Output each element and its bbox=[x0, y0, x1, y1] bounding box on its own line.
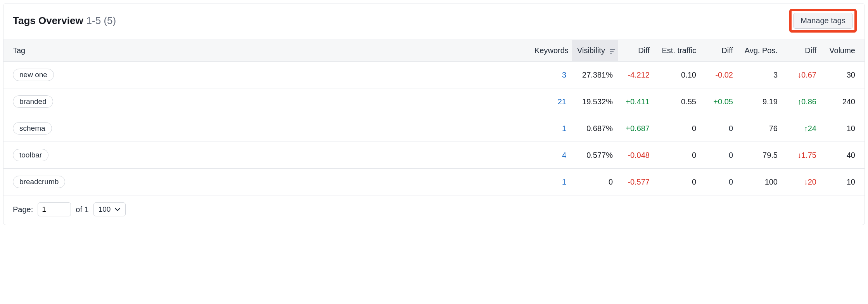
page-total-label: of 1 bbox=[76, 205, 88, 214]
table-row: branded2119.532%+0.4110.55+0.059.19↑0.86… bbox=[3, 88, 865, 115]
svg-rect-0 bbox=[610, 49, 615, 50]
cell-diff-visibility: -4.212 bbox=[618, 62, 655, 88]
cell-keywords: 1 bbox=[529, 169, 572, 195]
panel-header: Tags Overview 1-5 (5) Manage tags bbox=[3, 3, 865, 40]
cell-tag: branded bbox=[3, 88, 529, 115]
col-header-tag[interactable]: Tag bbox=[3, 40, 529, 62]
cell-diff-traffic: 0 bbox=[702, 142, 738, 169]
page-number-input[interactable] bbox=[38, 202, 71, 216]
cell-volume: 10 bbox=[822, 169, 865, 195]
cell-diff-pos: ↓0.67 bbox=[783, 62, 822, 88]
arrow-up-icon: ↑ bbox=[797, 97, 801, 106]
svg-rect-1 bbox=[610, 51, 614, 52]
table-row: breadcrumb10-0.57700100↓2010 bbox=[3, 169, 865, 195]
cell-est-traffic: 0.10 bbox=[655, 62, 702, 88]
cell-diff-pos: ↑24 bbox=[783, 115, 822, 142]
page-size-select[interactable]: 100 bbox=[93, 202, 126, 216]
cell-diff-traffic: 0 bbox=[702, 169, 738, 195]
tags-table: Tag Keywords Visibility Diff Est. traffi… bbox=[3, 40, 865, 195]
highlight-annotation: Manage tags bbox=[789, 9, 857, 33]
cell-volume: 40 bbox=[822, 142, 865, 169]
col-header-volume[interactable]: Volume bbox=[822, 40, 865, 62]
col-header-keywords[interactable]: Keywords bbox=[529, 40, 572, 62]
arrow-down-icon: ↓ bbox=[804, 178, 808, 186]
cell-volume: 240 bbox=[822, 88, 865, 115]
tag-chip[interactable]: breadcrumb bbox=[13, 176, 65, 188]
cell-visibility: 0.577% bbox=[572, 142, 618, 169]
cell-avg-pos: 3 bbox=[738, 62, 783, 88]
manage-tags-button[interactable]: Manage tags bbox=[793, 13, 853, 29]
svg-rect-2 bbox=[610, 53, 612, 54]
col-header-diff-visibility[interactable]: Diff bbox=[618, 40, 655, 62]
keywords-link[interactable]: 4 bbox=[562, 151, 566, 159]
cell-visibility: 19.532% bbox=[572, 88, 618, 115]
table-row: schema10.687%+0.6870076↑2410 bbox=[3, 115, 865, 142]
col-header-diff-pos[interactable]: Diff bbox=[783, 40, 822, 62]
title-count: 1-5 (5) bbox=[86, 15, 116, 27]
cell-keywords: 4 bbox=[529, 142, 572, 169]
table-row: toolbar40.577%-0.0480079.5↓1.7540 bbox=[3, 142, 865, 169]
tag-chip[interactable]: branded bbox=[13, 95, 53, 108]
col-header-diff-traffic[interactable]: Diff bbox=[702, 40, 738, 62]
keywords-link[interactable]: 1 bbox=[562, 124, 566, 133]
title-text: Tags Overview bbox=[13, 15, 83, 27]
cell-avg-pos: 100 bbox=[738, 169, 783, 195]
cell-volume: 30 bbox=[822, 62, 865, 88]
cell-tag: breadcrumb bbox=[3, 169, 529, 195]
cell-est-traffic: 0 bbox=[655, 169, 702, 195]
cell-keywords: 21 bbox=[529, 88, 572, 115]
cell-diff-traffic: +0.05 bbox=[702, 88, 738, 115]
cell-avg-pos: 76 bbox=[738, 115, 783, 142]
tags-overview-panel: Tags Overview 1-5 (5) Manage tags Tag Ke… bbox=[3, 3, 865, 225]
keywords-link[interactable]: 1 bbox=[562, 178, 566, 186]
cell-tag: toolbar bbox=[3, 142, 529, 169]
cell-diff-pos: ↓1.75 bbox=[783, 142, 822, 169]
tag-chip[interactable]: toolbar bbox=[13, 149, 48, 161]
table-row: new one327.381%-4.2120.10-0.023↓0.6730 bbox=[3, 62, 865, 88]
cell-est-traffic: 0 bbox=[655, 115, 702, 142]
panel-title: Tags Overview 1-5 (5) bbox=[13, 15, 116, 27]
cell-est-traffic: 0 bbox=[655, 142, 702, 169]
cell-diff-pos: ↑0.86 bbox=[783, 88, 822, 115]
pagination-footer: Page: of 1 100 bbox=[3, 195, 865, 225]
chevron-down-icon bbox=[114, 207, 121, 211]
cell-volume: 10 bbox=[822, 115, 865, 142]
cell-avg-pos: 9.19 bbox=[738, 88, 783, 115]
cell-diff-visibility: +0.411 bbox=[618, 88, 655, 115]
col-header-avg-pos[interactable]: Avg. Pos. bbox=[738, 40, 783, 62]
col-header-visibility-label: Visibility bbox=[577, 46, 605, 55]
page-size-value: 100 bbox=[99, 205, 111, 214]
keywords-link[interactable]: 21 bbox=[558, 97, 566, 106]
col-header-est-traffic[interactable]: Est. traffic bbox=[655, 40, 702, 62]
cell-diff-traffic: -0.02 bbox=[702, 62, 738, 88]
cell-diff-visibility: -0.048 bbox=[618, 142, 655, 169]
cell-visibility: 0 bbox=[572, 169, 618, 195]
cell-visibility: 0.687% bbox=[572, 115, 618, 142]
sort-desc-icon bbox=[609, 48, 616, 54]
tag-chip[interactable]: schema bbox=[13, 122, 52, 135]
cell-tag: new one bbox=[3, 62, 529, 88]
arrow-up-icon: ↑ bbox=[804, 124, 808, 133]
cell-est-traffic: 0.55 bbox=[655, 88, 702, 115]
tag-chip[interactable]: new one bbox=[13, 69, 54, 81]
page-label: Page: bbox=[13, 205, 33, 214]
cell-keywords: 3 bbox=[529, 62, 572, 88]
cell-visibility: 27.381% bbox=[572, 62, 618, 88]
cell-diff-visibility: +0.687 bbox=[618, 115, 655, 142]
keywords-link[interactable]: 3 bbox=[562, 71, 566, 79]
arrow-down-icon: ↓ bbox=[797, 71, 801, 79]
cell-tag: schema bbox=[3, 115, 529, 142]
cell-diff-pos: ↓20 bbox=[783, 169, 822, 195]
cell-keywords: 1 bbox=[529, 115, 572, 142]
cell-diff-traffic: 0 bbox=[702, 115, 738, 142]
cell-diff-visibility: -0.577 bbox=[618, 169, 655, 195]
arrow-down-icon: ↓ bbox=[797, 151, 801, 159]
col-header-visibility[interactable]: Visibility bbox=[572, 40, 618, 62]
cell-avg-pos: 79.5 bbox=[738, 142, 783, 169]
